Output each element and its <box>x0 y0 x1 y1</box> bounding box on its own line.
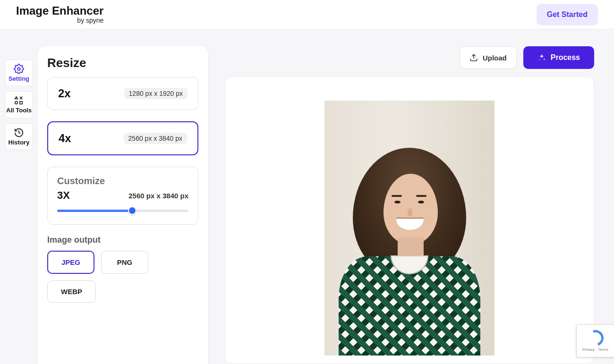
settings-panel: Resize 2x 1280 px x 1920 px 4x 2560 px x… <box>38 46 208 364</box>
output-format-row: JPEG PNG <box>47 251 198 274</box>
history-icon <box>14 127 24 138</box>
sidebar-item-label: All Tools <box>6 107 32 114</box>
logo-title: Image Enhancer <box>16 5 103 17</box>
app-header: Image Enhancer by spyne Get Started <box>0 0 614 29</box>
svg-rect-5 <box>20 102 23 104</box>
image-preview-area <box>225 76 594 364</box>
preview-image <box>324 101 495 356</box>
upload-button[interactable]: Upload <box>460 46 517 69</box>
recaptcha-badge[interactable]: Privacy - Terms <box>576 324 614 357</box>
resize-option-2x[interactable]: 2x 1280 px x 1920 px <box>47 77 198 110</box>
logo-subtitle: by spyne <box>77 17 103 24</box>
sidebar-item-all-tools[interactable]: All Tools <box>5 91 33 118</box>
svg-point-4 <box>15 102 18 104</box>
output-format-jpeg[interactable]: JPEG <box>47 251 94 274</box>
svg-point-0 <box>17 68 20 70</box>
customize-title: Customize <box>57 176 188 186</box>
panel-title: Resize <box>47 56 198 70</box>
gear-icon <box>14 64 24 74</box>
slider-thumb[interactable] <box>128 206 136 215</box>
top-actions: Upload Process <box>460 46 594 69</box>
sidebar-item-history[interactable]: History <box>5 123 33 150</box>
shapes-icon <box>14 95 24 106</box>
sparkle-icon <box>537 53 546 62</box>
svg-marker-1 <box>15 97 18 99</box>
output-format-webp[interactable]: WEBP <box>47 280 96 303</box>
resize-multiplier-label: 4x <box>59 132 71 145</box>
customize-dimensions-label: 2560 px x 3840 px <box>128 192 188 200</box>
customize-card: Customize 3X 2560 px x 3840 px <box>47 167 198 225</box>
slider-fill <box>57 210 131 212</box>
upload-icon <box>469 53 478 62</box>
logo: Image Enhancer by spyne <box>16 5 103 24</box>
sidebar-item-setting[interactable]: Setting <box>5 59 33 86</box>
sidebar-item-label: History <box>9 139 30 146</box>
recaptcha-text: Privacy - Terms <box>582 347 608 352</box>
upload-label: Upload <box>483 54 507 62</box>
sidebar: Setting All Tools History <box>5 59 33 150</box>
process-button[interactable]: Process <box>523 46 594 69</box>
customize-multiplier-label: 3X <box>57 189 70 202</box>
resize-dimensions-label: 2560 px x 3840 px <box>124 133 187 144</box>
resize-multiplier-label: 2x <box>58 87 71 100</box>
get-started-button[interactable]: Get Started <box>537 4 598 25</box>
body-area: Setting All Tools History Resize 2x 1280… <box>0 29 614 364</box>
resize-option-4x[interactable]: 4x 2560 px x 3840 px <box>47 121 198 155</box>
process-label: Process <box>551 53 580 62</box>
image-output-title: Image output <box>47 235 198 245</box>
customize-slider[interactable] <box>57 207 188 214</box>
recaptcha-icon <box>588 330 604 346</box>
resize-dimensions-label: 1280 px x 1920 px <box>124 88 188 99</box>
sidebar-item-label: Setting <box>9 76 29 82</box>
output-format-png[interactable]: PNG <box>101 251 148 274</box>
output-format-row-2: WEBP <box>47 280 198 303</box>
